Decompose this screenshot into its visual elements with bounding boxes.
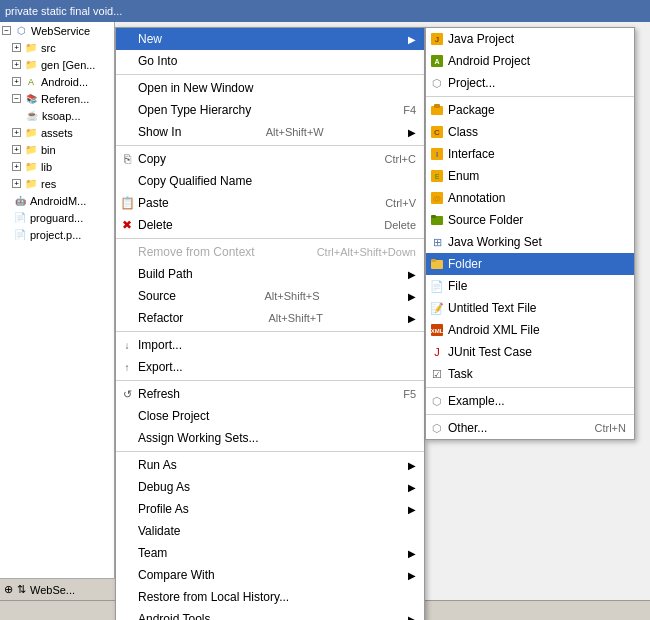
menu-item-refactor[interactable]: Refactor Alt+Shift+T ▶ xyxy=(116,307,424,329)
untitled-text-label: Untitled Text File xyxy=(448,301,536,315)
expand-icon[interactable]: + xyxy=(12,43,21,52)
separator-5 xyxy=(116,380,424,381)
annotation-icon: @ xyxy=(429,190,445,206)
submenu-item-other[interactable]: ⬡ Other... Ctrl+N xyxy=(426,417,634,439)
menu-item-debug-as[interactable]: Debug As ▶ xyxy=(116,476,424,498)
svg-text:XML: XML xyxy=(431,328,444,334)
menu-item-show-in[interactable]: Show In Alt+Shift+W ▶ xyxy=(116,121,424,143)
untitled-text-icon: 📝 xyxy=(429,300,445,316)
tree-item-lib[interactable]: + 📁 lib xyxy=(0,158,114,175)
tree-item-android[interactable]: + A Android... xyxy=(0,73,114,90)
menu-item-go-into[interactable]: Go Into xyxy=(116,50,424,72)
expand-icon[interactable]: + xyxy=(12,77,21,86)
tree-item-bin[interactable]: + 📁 bin xyxy=(0,141,114,158)
tab-sort[interactable]: ⇅ xyxy=(17,583,26,596)
submenu-item-java-project[interactable]: J Java Project xyxy=(426,28,634,50)
tree-item-androidm[interactable]: 🤖 AndroidM... xyxy=(0,192,114,209)
menu-item-paste[interactable]: 📋 Paste Ctrl+V xyxy=(116,192,424,214)
refresh-icon: ↺ xyxy=(119,386,135,402)
tree-item-ksoap[interactable]: ☕ ksoap... xyxy=(0,107,114,124)
menu-item-close-project[interactable]: Close Project xyxy=(116,405,424,427)
example-label: Example... xyxy=(448,394,505,408)
submenu-item-android-project[interactable]: A Android Project xyxy=(426,50,634,72)
expand-icon[interactable]: − xyxy=(2,26,11,35)
project-tree: − ⬡ WebService + 📁 src + 📁 gen [Gen... +… xyxy=(0,22,115,600)
menu-item-copy-qualified[interactable]: Copy Qualified Name xyxy=(116,170,424,192)
menu-item-profile-as[interactable]: Profile As ▶ xyxy=(116,498,424,520)
expand-icon[interactable]: − xyxy=(12,94,21,103)
menu-item-restore-local[interactable]: Restore from Local History... xyxy=(116,586,424,608)
expand-icon[interactable]: + xyxy=(12,179,21,188)
submenu-item-folder[interactable]: Folder xyxy=(426,253,634,275)
other-label: Other... xyxy=(448,421,487,435)
tree-item-assets[interactable]: + 📁 assets xyxy=(0,124,114,141)
submenu-item-project[interactable]: ⬡ Project... xyxy=(426,72,634,94)
submenu-item-annotation[interactable]: @ Annotation xyxy=(426,187,634,209)
tree-item-gen[interactable]: + 📁 gen [Gen... xyxy=(0,56,114,73)
submenu-item-example[interactable]: ⬡ Example... xyxy=(426,390,634,412)
junit-icon: J xyxy=(429,344,445,360)
tab-add[interactable]: ⊕ xyxy=(4,583,13,596)
import-label: Import... xyxy=(138,338,182,352)
menu-item-refresh[interactable]: ↺ Refresh F5 xyxy=(116,383,424,405)
delete-icon: ✖ xyxy=(119,217,135,233)
menu-item-open-new-window[interactable]: Open in New Window xyxy=(116,77,424,99)
svg-text:E: E xyxy=(435,173,440,180)
menu-item-delete[interactable]: ✖ Delete Delete xyxy=(116,214,424,236)
submenu-item-file[interactable]: 📄 File xyxy=(426,275,634,297)
submenu-item-source-folder[interactable]: Source Folder xyxy=(426,209,634,231)
menu-item-open-type-hierarchy[interactable]: Open Type Hierarchy F4 xyxy=(116,99,424,121)
expand-icon[interactable]: + xyxy=(12,145,21,154)
other-icon: ⬡ xyxy=(429,420,445,436)
menu-item-source[interactable]: Source Alt+Shift+S ▶ xyxy=(116,285,424,307)
submenu-item-untitled-text[interactable]: 📝 Untitled Text File xyxy=(426,297,634,319)
submenu-item-android-xml[interactable]: XML Android XML File xyxy=(426,319,634,341)
menu-item-new[interactable]: New ▶ xyxy=(116,28,424,50)
menu-item-remove-from-context[interactable]: Remove from Context Ctrl+Alt+Shift+Down xyxy=(116,241,424,263)
open-new-window-label: Open in New Window xyxy=(138,81,253,95)
submenu-item-class[interactable]: C Class xyxy=(426,121,634,143)
expand-icon[interactable]: + xyxy=(12,60,21,69)
paste-label: Paste xyxy=(138,196,169,210)
package-icon xyxy=(429,102,445,118)
tree-item-proguard[interactable]: 📄 proguard... xyxy=(0,209,114,226)
copy-label: Copy xyxy=(138,152,166,166)
menu-item-run-as[interactable]: Run As ▶ xyxy=(116,454,424,476)
submenu-item-task[interactable]: ☑ Task xyxy=(426,363,634,385)
submenu-item-package[interactable]: Package xyxy=(426,99,634,121)
separator-2 xyxy=(116,145,424,146)
submenu-item-java-working-set[interactable]: ⊞ Java Working Set xyxy=(426,231,634,253)
tree-item-res[interactable]: + 📁 res xyxy=(0,175,114,192)
compare-with-label: Compare With xyxy=(138,568,215,582)
import-icon: ↓ xyxy=(119,337,135,353)
submenu-item-junit[interactable]: J JUnit Test Case xyxy=(426,341,634,363)
tree-item-src[interactable]: + 📁 src xyxy=(0,39,114,56)
folder-label: Folder xyxy=(448,257,482,271)
expand-icon[interactable]: + xyxy=(12,162,21,171)
tree-item-ref[interactable]: − 📚 Referen... xyxy=(0,90,114,107)
open-type-hierarchy-shortcut: F4 xyxy=(403,104,416,116)
menu-item-team[interactable]: Team ▶ xyxy=(116,542,424,564)
context-menu: New ▶ Go Into Open in New Window Open Ty… xyxy=(115,27,425,620)
menu-item-validate[interactable]: Validate xyxy=(116,520,424,542)
profile-as-arrow-icon: ▶ xyxy=(408,504,416,515)
debug-as-label: Debug As xyxy=(138,480,190,494)
submenu-item-interface[interactable]: I Interface xyxy=(426,143,634,165)
menu-item-export[interactable]: ↑ Export... xyxy=(116,356,424,378)
menu-item-android-tools[interactable]: Android Tools ▶ xyxy=(116,608,424,620)
menu-item-assign-working-sets[interactable]: Assign Working Sets... xyxy=(116,427,424,449)
tree-item-project[interactable]: 📄 project.p... xyxy=(0,226,114,243)
expand-icon[interactable]: + xyxy=(12,128,21,137)
tree-item-webservice[interactable]: − ⬡ WebService xyxy=(0,22,114,39)
enum-label: Enum xyxy=(448,169,479,183)
menu-item-compare-with[interactable]: Compare With ▶ xyxy=(116,564,424,586)
copy-icon: ⎘ xyxy=(119,151,135,167)
menu-item-import[interactable]: ↓ Import... xyxy=(116,334,424,356)
submenu-item-enum[interactable]: E Enum xyxy=(426,165,634,187)
refactor-label: Refactor xyxy=(138,311,183,325)
java-project-icon: J xyxy=(429,31,445,47)
title-text: private static final void... xyxy=(5,5,122,17)
menu-item-build-path[interactable]: Build Path ▶ xyxy=(116,263,424,285)
menu-item-copy[interactable]: ⎘ Copy Ctrl+C xyxy=(116,148,424,170)
tab-webse[interactable]: WebSe... xyxy=(30,584,75,596)
